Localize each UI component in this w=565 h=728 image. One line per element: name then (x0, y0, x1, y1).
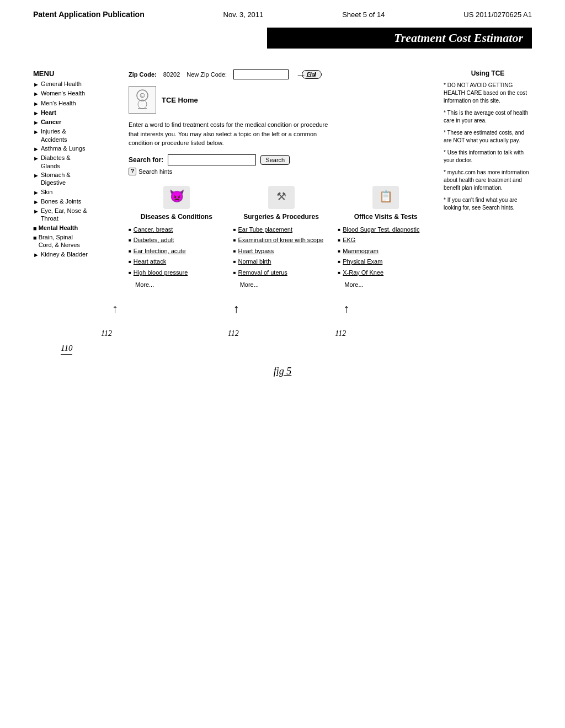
surgery-link[interactable]: Normal birth (238, 258, 271, 266)
sidebar-bullet-icon: ► (33, 145, 39, 153)
fig-caption: fig 5 (274, 366, 292, 377)
disease-link[interactable]: Ear Infection, acute (134, 247, 186, 255)
surgeries-title: Surgeries & Procedures (243, 213, 319, 222)
list-item: ■ Normal birth (233, 258, 329, 266)
sidebar-item-eye[interactable]: ► Eye, Ear, Nose &Throat (33, 207, 119, 223)
new-zip-input[interactable] (233, 69, 289, 79)
diseases-col-header: 👿 Diseases & Conditions (129, 184, 225, 222)
list-item: ■ Cancer, breast (129, 226, 225, 234)
diseases-more-link[interactable]: More... (135, 281, 154, 288)
sidebar-item-injuries[interactable]: ► Injuries &Accidents (33, 127, 119, 143)
sidebar-item-cancer[interactable]: ► Cancer (33, 118, 119, 126)
sidebar-bullet-icon: ► (33, 198, 39, 206)
zip-label: Zip Code: (129, 71, 157, 78)
sidebar-bullet-icon: ► (33, 154, 39, 162)
sidebar: MENU ► General Health ► Women's Health ►… (33, 69, 119, 288)
office-visits-column: 📋 Office Visits & Tests ■ Blood Sugar Te… (338, 184, 434, 289)
disease-link[interactable]: Heart attack (134, 258, 166, 266)
sidebar-item-womens-health[interactable]: ► Women's Health (33, 89, 119, 98)
search-for-label: Search for: (129, 156, 163, 164)
list-item: ■ EKG (338, 236, 434, 244)
svg-text:📋: 📋 (379, 190, 393, 203)
office-visits-col-header: 📋 Office Visits & Tests (338, 184, 434, 222)
surgeries-col-header: ⚒ Surgeries & Procedures (233, 184, 329, 222)
bullet-icon: ■ (129, 237, 131, 243)
sidebar-bullet-icon: ► (33, 128, 39, 136)
surgery-link[interactable]: Ear Tube placement (238, 226, 292, 234)
surgeries-more-link[interactable]: More... (240, 281, 259, 288)
sidebar-item-bones[interactable]: ► Bones & Joints (33, 197, 119, 206)
using-tce-item-2: * This is the average cost of health car… (444, 109, 532, 125)
sidebar-bullet-icon: ► (33, 189, 39, 196)
using-tce-item-4: * Use this information to talk with your… (444, 149, 532, 164)
sidebar-bullet-icon: ► (33, 251, 39, 259)
search-hints-icon: ? (129, 168, 136, 175)
list-item: ■ Removal of uterus (233, 269, 329, 277)
description-text: Enter a word to find treatment costs for… (129, 120, 338, 148)
bullet-icon: ■ (338, 227, 340, 233)
surgery-link[interactable]: Examination of knee with scope (238, 236, 324, 244)
surgeries-list: ■ Ear Tube placement ■ Examination of kn… (233, 226, 329, 277)
search-input[interactable] (168, 154, 256, 165)
zip-value: 80202 (163, 71, 180, 78)
list-item: ■ High blood pressure (129, 269, 225, 277)
list-item: ■ Examination of knee with scope (233, 236, 329, 244)
top-bar: Zip Code: 80202 New Zip Code: — 114 Go! (129, 69, 434, 79)
surgery-link[interactable]: Removal of uterus (238, 269, 287, 277)
date-info: Nov. 3, 2011 (223, 10, 264, 19)
sidebar-item-skin[interactable]: ► Skin (33, 188, 119, 196)
search-hints-row[interactable]: ? Search hints (129, 168, 434, 175)
bullet-icon: ■ (129, 248, 131, 254)
sidebar-bullet-icon: ► (33, 90, 39, 98)
svg-text:☺: ☺ (138, 90, 146, 99)
bullet-icon: ■ (338, 248, 340, 254)
sidebar-bullet-icon: ■ (33, 234, 37, 242)
sidebar-item-diabetes[interactable]: ► Diabetes &Glands (33, 154, 119, 170)
patent-number: US 2011/0270625 A1 (463, 10, 532, 19)
sidebar-bullet-icon: ► (33, 81, 39, 88)
office-visits-list: ■ Blood Sugar Test, diagnostic ■ EKG ■ M… (338, 226, 434, 277)
visit-link[interactable]: EKG (343, 236, 355, 244)
bullet-icon: ■ (233, 237, 236, 243)
list-item: ■ Diabetes, adult (129, 236, 225, 244)
surgeries-icon: ⚒ (266, 184, 296, 211)
main-area: Zip Code: 80202 New Zip Code: — 114 Go! … (129, 69, 434, 288)
visit-link[interactable]: Mammogram (343, 247, 379, 255)
search-row: Search for: Search (129, 154, 434, 165)
bullet-icon: ■ (338, 259, 340, 265)
sheet-info: Sheet 5 of 14 (342, 10, 385, 19)
tce-home-label[interactable]: TCE Home (162, 96, 198, 104)
search-hints-label: Search hints (138, 168, 172, 175)
disease-link[interactable]: High blood pressure (134, 269, 188, 277)
svg-text:👿: 👿 (169, 189, 184, 204)
list-item: ■ Physical Exam (338, 258, 434, 266)
office-visits-title: Office Visits & Tests (354, 213, 418, 222)
surgery-link[interactable]: Heart bypass (238, 247, 274, 255)
office-visits-more-link[interactable]: More... (344, 281, 363, 288)
bullet-icon: ■ (129, 227, 131, 233)
using-tce-item-3: * These are estimated costs, and are NOT… (444, 129, 532, 144)
list-item: ■ Heart bypass (233, 247, 329, 255)
sidebar-item-heart[interactable]: ► Heart (33, 109, 119, 117)
search-button[interactable]: Search (260, 155, 290, 165)
disease-link[interactable]: Diabetes, adult (134, 236, 174, 244)
visit-link[interactable]: Physical Exam (343, 258, 382, 266)
sidebar-bullet-icon: ► (33, 207, 39, 215)
sidebar-item-mental-health[interactable]: ■ Mental Health (33, 224, 119, 232)
bullet-icon: ■ (338, 270, 340, 276)
list-item: ■ Ear Infection, acute (129, 247, 225, 255)
new-zip-label: New Zip Code: (186, 71, 227, 78)
visit-link[interactable]: X-Ray Of Knee (343, 269, 383, 277)
visit-link[interactable]: Blood Sugar Test, diagnostic (343, 226, 419, 234)
disease-link[interactable]: Cancer, breast (134, 226, 173, 234)
title-banner: Treatment Cost Estimator (267, 28, 532, 49)
sidebar-item-general-health[interactable]: ► General Health (33, 80, 119, 88)
list-item: ■ X-Ray Of Knee (338, 269, 434, 277)
sidebar-item-kidney[interactable]: ► Kidney & Bladder (33, 250, 119, 259)
list-item: ■ Heart attack (129, 258, 225, 266)
svg-text:⚒: ⚒ (276, 190, 286, 202)
sidebar-item-asthma[interactable]: ► Asthma & Lungs (33, 144, 119, 153)
sidebar-item-stomach[interactable]: ► Stomach &Digestive (33, 171, 119, 187)
sidebar-item-mens-health[interactable]: ► Men's Health (33, 99, 119, 108)
sidebar-item-brain[interactable]: ■ Brain, SpinalCord, & Nerves (33, 233, 119, 249)
